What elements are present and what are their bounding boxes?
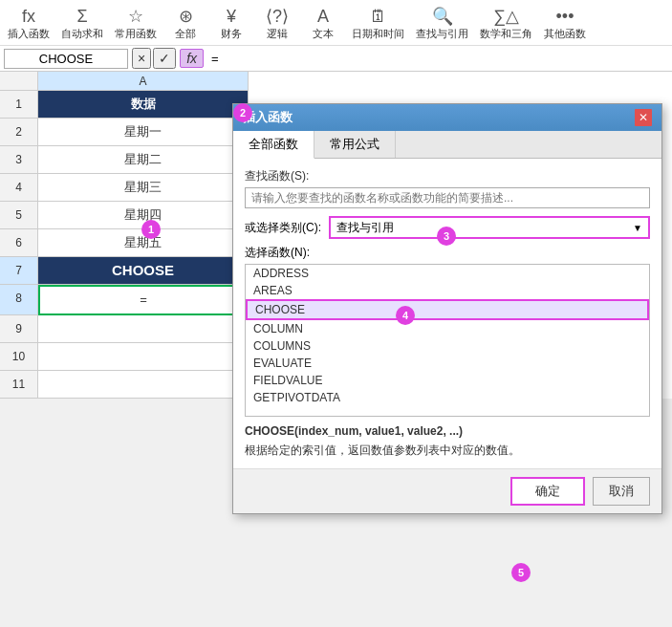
- tab-all-functions[interactable]: 全部函数: [233, 131, 314, 159]
- row-number: 3: [0, 146, 38, 174]
- toolbar: fx 插入函数 Σ 自动求和 ☆ 常用函数 ⊛ 全部 ¥ 财务 ⟨?⟩ 逻辑 A…: [0, 0, 672, 46]
- toolbar-row1: fx 插入函数 Σ 自动求和 ☆ 常用函数 ⊛ 全部 ¥ 财务 ⟨?⟩ 逻辑 A…: [0, 4, 672, 43]
- list-item[interactable]: ADDRESS: [246, 265, 649, 282]
- autosum-label: 自动求和: [61, 27, 103, 41]
- insert-function-label: 插入函数: [8, 27, 50, 41]
- date-toolbar-btn[interactable]: 🗓 日期和时间: [352, 7, 404, 41]
- cell-a11[interactable]: [38, 371, 249, 399]
- other-toolbar-icon: •••: [556, 7, 574, 27]
- insert-function-btn[interactable]: fx: [180, 49, 204, 68]
- ok-button[interactable]: 确定: [510, 477, 585, 506]
- cancel-formula-btn[interactable]: ×: [132, 48, 151, 69]
- math-toolbar-icon: ∑△: [493, 6, 519, 27]
- cell-a10[interactable]: [38, 343, 249, 371]
- autosum-toolbar-btn[interactable]: Σ 自动求和: [61, 7, 103, 41]
- dialog-close-btn[interactable]: ✕: [635, 109, 652, 126]
- formula-bar: × ✓ fx: [0, 46, 672, 72]
- cell-a5[interactable]: 星期四: [38, 202, 249, 229]
- cell-a4[interactable]: 星期三: [38, 174, 249, 202]
- star-toolbar-icon: ☆: [128, 6, 143, 27]
- fx-toolbar-icon: fx: [22, 7, 35, 27]
- formula-bar-buttons: × ✓: [132, 48, 176, 69]
- col-a-header[interactable]: A: [38, 72, 249, 91]
- row-number: 4: [0, 174, 38, 202]
- category-select[interactable]: 查找与引用: [331, 218, 648, 237]
- list-item[interactable]: GETPIVOTDATA: [246, 389, 649, 406]
- text-label: 文本: [313, 27, 334, 41]
- dialog-content: 查找函数(S): 或选择类别(C): 查找与引用 ▼ 选择函数(N): ADDR…: [233, 159, 661, 468]
- row-number: 7: [0, 257, 38, 285]
- row-number: 11: [0, 371, 38, 399]
- cell-a7[interactable]: CHOOSE: [38, 257, 249, 285]
- category-select-wrapper: 查找与引用 ▼: [329, 216, 650, 239]
- list-item[interactable]: COLUMNS: [246, 337, 649, 355]
- list-item[interactable]: EVALUATE: [246, 355, 649, 372]
- insert-function-toolbar-btn[interactable]: fx 插入函数: [8, 7, 50, 41]
- func-list-label: 选择函数(N):: [245, 245, 650, 261]
- logic-toolbar-icon: ⟨?⟩: [266, 6, 289, 27]
- cell-a8[interactable]: =: [38, 285, 249, 315]
- finance-toolbar-btn[interactable]: ¥ 财务: [214, 7, 249, 41]
- cell-a3[interactable]: 星期二: [38, 146, 249, 174]
- dialog-footer: 确定 取消: [233, 468, 661, 513]
- function-signature: CHOOSE(index_num, value1, value2, ...): [245, 424, 650, 438]
- common-func-toolbar-btn[interactable]: ☆ 常用函数: [115, 6, 157, 41]
- sigma-toolbar-icon: Σ: [76, 7, 87, 27]
- row-number: 1: [0, 91, 38, 119]
- row-number: 2: [0, 119, 38, 146]
- dialog-title-bar: 插入函数 ✕: [233, 104, 661, 131]
- date-toolbar-icon: 🗓: [370, 7, 387, 27]
- column-header-row: A: [0, 72, 672, 91]
- all-func-label: 全部: [175, 27, 196, 41]
- name-box[interactable]: [4, 49, 128, 69]
- dialog-tabs: 全部函数 常用公式: [233, 131, 661, 159]
- search-ref-toolbar-icon: 🔍: [432, 6, 453, 27]
- all-func-toolbar-btn[interactable]: ⊛ 全部: [168, 6, 203, 41]
- all-toolbar-icon: ⊛: [179, 6, 193, 27]
- logic-toolbar-btn[interactable]: ⟨?⟩ 逻辑: [260, 6, 294, 41]
- corner-cell: [0, 72, 38, 91]
- dialog-title: 插入函数: [243, 109, 293, 126]
- list-item[interactable]: COLUMN: [246, 320, 649, 337]
- badge-5: 5: [511, 563, 531, 582]
- list-item[interactable]: AREAS: [246, 282, 649, 299]
- search-label: 查找函数(S):: [245, 168, 650, 184]
- category-row: 或选择类别(C): 查找与引用 ▼: [245, 216, 650, 239]
- row-number: 5: [0, 202, 38, 229]
- formula-input[interactable]: [207, 50, 668, 68]
- cell-a9[interactable]: [38, 315, 249, 343]
- yen-toolbar-icon: ¥: [227, 7, 236, 27]
- insert-function-dialog: 插入函数 ✕ 全部函数 常用公式 查找函数(S): 或选择类别(C): 查找与引…: [232, 103, 662, 514]
- row-number: 10: [0, 343, 38, 371]
- date-label: 日期和时间: [352, 27, 404, 41]
- cancel-button[interactable]: 取消: [593, 477, 650, 506]
- common-func-label: 常用函数: [115, 27, 157, 41]
- cell-a1[interactable]: 数据: [38, 91, 249, 119]
- tab-common-formula[interactable]: 常用公式: [314, 131, 396, 158]
- function-description: 根据给定的索引值，返回数值参数列表中对应的数值。: [245, 442, 650, 459]
- text-toolbar-icon: A: [317, 7, 329, 27]
- search-ref-toolbar-btn[interactable]: 🔍 查找与引用: [416, 6, 468, 41]
- list-item[interactable]: FIELDVALUE: [246, 372, 649, 389]
- other-label: 其他函数: [544, 27, 586, 41]
- math-toolbar-btn[interactable]: ∑△ 数学和三角: [480, 6, 532, 41]
- cell-a2[interactable]: 星期一: [38, 119, 249, 146]
- other-toolbar-btn[interactable]: ••• 其他函数: [544, 7, 586, 41]
- row-number: 6: [0, 229, 38, 257]
- logic-label: 逻辑: [267, 27, 288, 41]
- search-ref-label: 查找与引用: [416, 27, 468, 41]
- row-number: 8: [0, 285, 38, 315]
- category-label: 或选择类别(C):: [245, 220, 321, 236]
- function-list: ADDRESS AREAS CHOOSE COLUMN COLUMNS EVAL…: [245, 264, 650, 417]
- text-toolbar-btn[interactable]: A 文本: [306, 7, 340, 41]
- cell-a6[interactable]: 星期五: [38, 229, 249, 257]
- confirm-formula-btn[interactable]: ✓: [153, 48, 176, 69]
- list-item-choose[interactable]: CHOOSE: [246, 299, 649, 320]
- math-label: 数学和三角: [480, 27, 532, 41]
- row-number: 9: [0, 315, 38, 343]
- finance-label: 财务: [221, 27, 242, 41]
- search-input[interactable]: [245, 187, 650, 208]
